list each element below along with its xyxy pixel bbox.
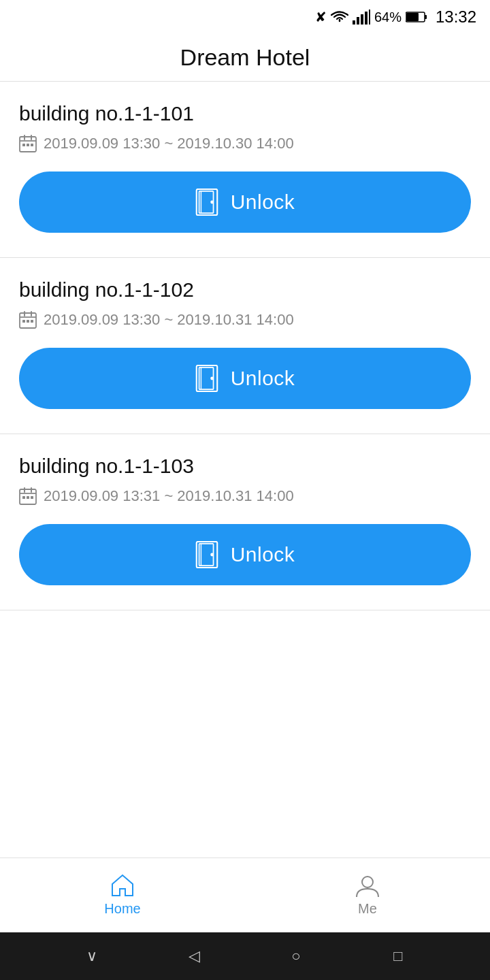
svg-rect-6 — [406, 13, 419, 21]
room-date-text-102: 2019.09.09 13:30 ~ 2019.10.31 14:00 — [44, 311, 294, 329]
app-header: Dream Hotel — [0, 34, 490, 82]
unlock-button-103[interactable]: Unlock — [19, 524, 471, 585]
nav-me-label: Me — [358, 901, 377, 917]
empty-space — [0, 610, 490, 787]
room-date-text-101: 2019.09.09 13:30 ~ 2019.10.30 14:00 — [44, 135, 294, 152]
battery-icon — [406, 11, 427, 23]
svg-point-28 — [210, 377, 214, 380]
signal-icon — [353, 10, 370, 24]
svg-rect-2 — [361, 14, 363, 24]
door-icon-102 — [195, 365, 218, 392]
status-bar: ✘ 64% 13:32 — [0, 0, 490, 34]
sys-nav-recent[interactable]: □ — [385, 943, 412, 970]
me-icon — [355, 874, 380, 897]
battery-text: 64% — [374, 10, 402, 25]
room-card-101: building no.1-1-101 2019.09.09 13:30 ~ 2… — [0, 82, 490, 258]
wifi-icon — [331, 10, 348, 24]
home-icon — [110, 874, 135, 897]
door-icon-103 — [195, 541, 218, 568]
svg-rect-4 — [369, 10, 370, 24]
svg-rect-0 — [353, 20, 355, 24]
bluetooth-icon: ✘ — [315, 9, 327, 25]
svg-rect-25 — [31, 320, 33, 323]
svg-rect-23 — [22, 320, 25, 323]
nav-me[interactable]: Me — [245, 858, 490, 932]
svg-rect-1 — [357, 17, 359, 24]
sys-nav-home[interactable]: ○ — [282, 943, 310, 970]
bottom-nav: Home Me — [0, 858, 490, 932]
room-date-101: 2019.09.09 13:30 ~ 2019.10.30 14:00 — [19, 135, 471, 152]
svg-rect-35 — [27, 496, 29, 499]
calendar-icon-101 — [19, 135, 37, 152]
status-icons: ✘ 64% 13:32 — [315, 7, 476, 27]
room-date-102: 2019.09.09 13:30 ~ 2019.10.31 14:00 — [19, 311, 471, 329]
nav-home[interactable]: Home — [0, 858, 245, 932]
svg-point-17 — [210, 201, 214, 204]
svg-rect-13 — [27, 144, 29, 146]
unlock-button-101[interactable]: Unlock — [19, 172, 471, 233]
system-nav-bar: ∨ ◁ ○ □ — [0, 932, 490, 980]
calendar-icon-102 — [19, 311, 37, 329]
svg-rect-7 — [425, 15, 427, 19]
svg-point-41 — [362, 877, 373, 887]
app-title: Dream Hotel — [180, 44, 310, 71]
door-icon-101 — [195, 189, 218, 216]
svg-rect-34 — [22, 496, 25, 499]
svg-rect-14 — [31, 144, 33, 146]
room-name-102: building no.1-1-102 — [19, 278, 471, 301]
room-date-text-103: 2019.09.09 13:31 ~ 2019.10.31 14:00 — [44, 487, 294, 505]
sys-nav-dropdown[interactable]: ∨ — [78, 943, 105, 970]
calendar-icon-103 — [19, 487, 37, 505]
svg-rect-24 — [27, 320, 29, 323]
svg-rect-3 — [365, 12, 368, 24]
room-date-103: 2019.09.09 13:31 ~ 2019.10.31 14:00 — [19, 487, 471, 505]
svg-rect-36 — [31, 496, 33, 499]
status-time: 13:32 — [436, 7, 476, 27]
room-card-103: building no.1-1-103 2019.09.09 13:31 ~ 2… — [0, 434, 490, 610]
svg-rect-12 — [22, 144, 25, 146]
room-name-101: building no.1-1-101 — [19, 102, 471, 125]
room-card-102: building no.1-1-102 2019.09.09 13:30 ~ 2… — [0, 258, 490, 434]
room-list: building no.1-1-101 2019.09.09 13:30 ~ 2… — [0, 82, 490, 858]
nav-home-label: Home — [104, 901, 140, 917]
svg-point-39 — [210, 553, 214, 557]
sys-nav-back[interactable]: ◁ — [180, 943, 208, 970]
unlock-button-102[interactable]: Unlock — [19, 348, 471, 409]
room-name-103: building no.1-1-103 — [19, 455, 471, 478]
